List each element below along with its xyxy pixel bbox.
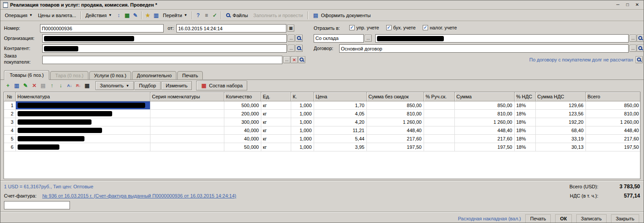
cell-num[interactable]: 4 — [4, 126, 15, 134]
cell-sum[interactable]: 448,40 — [454, 126, 514, 134]
column-header-3[interactable]: Количество — [224, 92, 261, 101]
cell-vat-sum[interactable]: 30,13 — [535, 143, 585, 151]
cell-unit[interactable]: кг — [261, 143, 291, 151]
cell-vat-percent[interactable]: 18% — [514, 109, 535, 118]
cell-vat-sum[interactable]: 123,56 — [535, 109, 585, 118]
column-header-0[interactable]: № — [4, 92, 15, 101]
organization-select-button[interactable]: ... — [288, 35, 295, 42]
edit-postings-icon[interactable]: ✎ — [131, 11, 139, 19]
close-icon[interactable]: ✕ — [633, 2, 641, 8]
cell-sum-wo-discount[interactable]: 217,60 — [366, 134, 424, 143]
cell-sum[interactable]: 810,00 — [454, 109, 514, 118]
cell-sum-wo-discount[interactable]: 448,40 — [366, 126, 424, 134]
cell-total[interactable]: 810,00 — [585, 109, 640, 118]
cell-name[interactable] — [15, 134, 150, 143]
tab-4[interactable]: Печать — [177, 71, 203, 80]
cell-unit[interactable]: кг — [261, 118, 291, 126]
cell-sum[interactable]: 217,60 — [454, 134, 514, 143]
ok-button[interactable]: ОК — [555, 214, 571, 223]
table-row[interactable]: 1 500,000кг1,0001,70850,00 850,0018%129,… — [4, 101, 640, 109]
fill-menu-button[interactable]: Заполнить ▼ — [95, 81, 134, 90]
cell-vat-sum[interactable]: 33,19 — [535, 134, 585, 143]
cell-manual-discount[interactable] — [424, 134, 454, 143]
cell-sum-wo-discount[interactable]: 197,50 — [366, 143, 424, 151]
cell-manual-discount[interactable] — [424, 143, 454, 151]
cell-vat-sum[interactable]: 192,20 — [535, 118, 585, 126]
fill-and-post-button[interactable]: Заполнить и провести — [251, 11, 306, 19]
move-up-icon[interactable]: ↑ — [48, 82, 56, 90]
column-header-10[interactable]: % НДС — [514, 92, 535, 101]
minimize-icon[interactable]: ─ — [614, 2, 622, 8]
contract-input[interactable] — [339, 44, 629, 53]
report-structure-icon[interactable]: ≡ — [202, 11, 211, 19]
tab-0[interactable]: Товары (6 поз.) — [4, 70, 49, 80]
table-row[interactable]: 6 50,000кг1,0003,95197,50 197,5018%30,13… — [4, 143, 640, 151]
cell-price[interactable]: 5,44 — [314, 134, 366, 143]
tab-1[interactable]: Тара (0 поз.) — [50, 71, 88, 80]
debt-open-button[interactable] — [636, 56, 643, 63]
customer-order-input[interactable] — [42, 56, 282, 64]
cell-price[interactable]: 4,05 — [314, 109, 366, 118]
warehouse-select-button[interactable]: ... — [629, 35, 637, 42]
tab-3[interactable]: Дополнительно — [132, 71, 176, 80]
move-down-icon[interactable]: ↓ — [57, 82, 65, 90]
cell-vat-percent[interactable]: 18% — [514, 126, 535, 134]
postings-icon[interactable]: ▦ — [123, 11, 131, 19]
cell-qty[interactable]: 300,000 — [224, 118, 261, 126]
column-header-4[interactable]: Ед. — [261, 92, 291, 101]
cell-sum-wo-discount[interactable]: 850,00 — [366, 101, 424, 109]
cell-manual-discount[interactable] — [424, 109, 454, 118]
edit-row-icon[interactable]: ✎ — [22, 82, 29, 90]
number-input[interactable] — [40, 24, 164, 32]
comment-input[interactable] — [4, 201, 70, 209]
debt-status-link[interactable]: По договору с покупателем долг не рассчи… — [529, 57, 633, 62]
column-header-7[interactable]: Сумма без скидок — [366, 92, 424, 101]
column-header-9[interactable]: Сумма — [454, 92, 514, 101]
cell-qty[interactable]: 200,000 — [224, 109, 261, 118]
column-header-12[interactable]: Всего — [585, 92, 640, 101]
reflect-checkbox-1[interactable]: ✓бух. учете — [386, 25, 416, 30]
cell-series[interactable] — [150, 143, 224, 151]
table-row[interactable]: 5 40,000кг1,0005,44217,60 217,6018%33,19… — [4, 134, 640, 143]
cell-series[interactable] — [150, 134, 224, 143]
organization-open-button[interactable] — [296, 35, 303, 42]
cell-sum-wo-discount[interactable]: 810,00 — [366, 109, 424, 118]
table-row[interactable]: 3 300,000кг1,0004,201 260,00 1 260,0018%… — [4, 118, 640, 126]
cell-total[interactable]: 217,60 — [585, 134, 640, 143]
cell-manual-discount[interactable] — [424, 101, 454, 109]
currency-info-link[interactable]: 1 USD = 61,3167руб., Тип цен: Оптовые — [4, 184, 93, 189]
cell-series[interactable] — [150, 101, 224, 109]
column-header-5[interactable]: К. — [291, 92, 314, 101]
cell-total[interactable]: 448,40 — [585, 126, 640, 134]
cell-num[interactable]: 6 — [4, 143, 15, 151]
warehouse-open-button[interactable] — [637, 35, 644, 42]
actions-menu[interactable]: Действия ▼ — [83, 11, 114, 19]
cell-num[interactable]: 5 — [4, 134, 15, 143]
sort-asc-icon[interactable]: А↓ — [66, 82, 73, 90]
cell-price[interactable]: 4,20 — [314, 118, 366, 126]
operation-menu[interactable]: Операция ▼ — [2, 11, 35, 19]
counterparty-select-button[interactable]: ... — [288, 45, 295, 52]
cell-unit[interactable]: кг — [261, 109, 291, 118]
cell-unit[interactable]: кг — [261, 134, 291, 143]
cell-total[interactable]: 1 260,00 — [585, 118, 640, 126]
table-row[interactable]: 4 40,000кг1,00011,21448,40 448,4018%68,4… — [4, 126, 640, 134]
cell-qty[interactable]: 40,000 — [224, 134, 261, 143]
order-select-button[interactable]: ... — [283, 56, 290, 63]
change-button[interactable]: Изменить — [161, 81, 192, 90]
cell-num[interactable]: 1 — [4, 101, 15, 109]
table-row[interactable]: 2 200,000кг1,0004,05810,00 810,0018%123,… — [4, 109, 640, 118]
cell-unit[interactable]: кг — [261, 101, 291, 109]
order-open-button[interactable] — [298, 56, 305, 63]
counterparty-open-button[interactable] — [296, 45, 303, 52]
cell-price[interactable]: 11,21 — [314, 126, 366, 134]
organization-input[interactable] — [42, 34, 287, 43]
cell-k[interactable]: 1,000 — [291, 101, 314, 109]
print-form-selector[interactable]: Расходная накладная (вал.) — [458, 216, 521, 221]
cell-series[interactable] — [150, 118, 224, 126]
cell-qty[interactable]: 40,000 — [224, 126, 261, 134]
cell-k[interactable]: 1,000 — [291, 118, 314, 126]
reflect-checkbox-2[interactable]: ✓налог. учете — [423, 25, 457, 30]
issue-documents-button[interactable]: ▤ Оформить документы — [310, 11, 373, 20]
warehouse-input[interactable] — [375, 34, 629, 43]
